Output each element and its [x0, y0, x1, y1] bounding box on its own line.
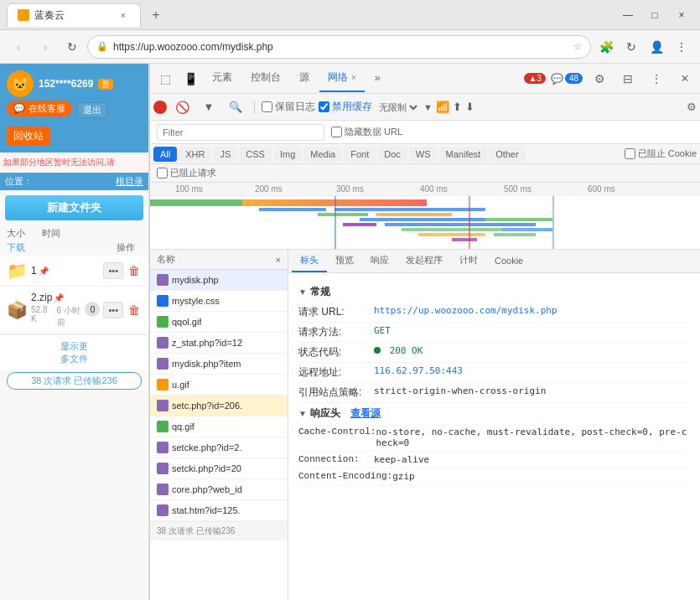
referrer-label: 引用站点策略:: [298, 385, 374, 400]
devtools-close-btn[interactable]: ×: [673, 67, 697, 91]
preserve-log-checkbox[interactable]: [262, 101, 272, 112]
browser-tab[interactable]: 🔶 蓝奏云 ×: [7, 3, 141, 27]
throttle-select[interactable]: 无限制: [376, 101, 420, 113]
refresh-icon[interactable]: ↻: [620, 35, 643, 59]
extensions-btn[interactable]: 🧩: [594, 35, 618, 59]
refresh-btn[interactable]: ↻: [60, 35, 84, 59]
request-url-value[interactable]: https://up.woozooo.com/mydisk.php: [374, 305, 557, 319]
network-close-icon[interactable]: ×: [351, 73, 356, 82]
type-font-btn[interactable]: Font: [344, 147, 376, 162]
blocked-requests-checkbox[interactable]: [157, 168, 168, 178]
type-manifest-btn[interactable]: Manifest: [439, 147, 488, 162]
details-tab-initiator[interactable]: 发起程序: [397, 251, 451, 272]
details-tab-headers[interactable]: 标头: [292, 251, 327, 272]
tab-network[interactable]: 网络 ×: [319, 65, 365, 92]
minimize-btn[interactable]: —: [616, 7, 640, 23]
new-folder-btn[interactable]: 新建文件夹: [5, 195, 143, 220]
device-toolbar-btn[interactable]: 📱: [179, 67, 202, 91]
root-link[interactable]: 根目录: [116, 175, 143, 188]
search-network-btn[interactable]: 🔍: [224, 96, 247, 119]
request-item[interactable]: stat.htm?id=125.: [150, 500, 288, 521]
detail-row-url: 请求 URL: https://up.woozooo.com/mydisk.ph…: [298, 303, 690, 323]
wifi-icon[interactable]: 📶: [436, 101, 449, 113]
devtools-dock-btn[interactable]: ⊟: [616, 67, 640, 91]
forward-btn[interactable]: ›: [34, 35, 57, 59]
details-tab-cookie[interactable]: Cookie: [486, 251, 531, 272]
clear-network-btn[interactable]: 🚫: [170, 96, 194, 119]
record-btn[interactable]: [153, 101, 167, 114]
request-item[interactable]: qqol.gif: [150, 312, 288, 333]
request-item[interactable]: u.gif: [150, 375, 288, 396]
request-item[interactable]: mystyle.css: [150, 291, 288, 312]
back-btn[interactable]: ‹: [7, 35, 30, 59]
type-js-btn[interactable]: JS: [213, 147, 237, 162]
hide-data-url-label[interactable]: 隐藏数据 URL: [331, 126, 402, 138]
import-icon[interactable]: ⬇: [465, 101, 474, 113]
tab-console[interactable]: 控制台: [242, 65, 289, 92]
recycle-btn[interactable]: 回收站: [7, 127, 50, 146]
file-delete-btn[interactable]: 🗑: [127, 302, 142, 318]
hide-data-url-checkbox[interactable]: [331, 127, 342, 137]
filter-toggle-btn[interactable]: ▼: [197, 96, 220, 119]
col-time-label[interactable]: 时间: [42, 227, 60, 240]
type-media-btn[interactable]: Media: [303, 147, 342, 162]
preserve-log-label[interactable]: 保留日志: [262, 100, 315, 114]
maximize-btn[interactable]: □: [643, 7, 666, 23]
no-cache-checkbox[interactable]: [319, 101, 329, 112]
file-item[interactable]: 📁 1 📌 ••• 🗑: [0, 256, 148, 287]
remote-addr-value[interactable]: 116.62.97.50:443: [374, 365, 463, 380]
request-item[interactable]: mydisk.php: [150, 270, 288, 291]
tab-close-btn[interactable]: ×: [117, 8, 130, 22]
logout-btn[interactable]: 退出: [77, 102, 107, 118]
no-cache-label[interactable]: 禁用缓存: [319, 100, 372, 114]
details-tab-preview[interactable]: 预览: [327, 251, 362, 272]
blocked-cookie-checkbox[interactable]: [625, 148, 635, 159]
request-item[interactable]: setcke.php?id=2.: [150, 437, 288, 458]
blocked-requests-label[interactable]: 已阻止请求: [157, 167, 216, 179]
file-item[interactable]: 📦 2.zip 📌 52.8 K 6 小时前 0 ••• 🗑: [0, 287, 148, 334]
show-more-files-btn[interactable]: 显示更 多文件: [0, 334, 148, 370]
general-section-header[interactable]: 常规: [298, 285, 690, 299]
request-item[interactable]: mydisk.php?item: [150, 354, 288, 375]
close-x-btn[interactable]: ×: [276, 255, 281, 265]
request-item[interactable]: qq.gif: [150, 416, 288, 437]
type-ws-btn[interactable]: WS: [409, 147, 438, 162]
request-item[interactable]: z_stat.php?id=12: [150, 333, 288, 354]
devtools-more-btn[interactable]: ⋮: [645, 67, 668, 91]
profile-icon[interactable]: 👤: [645, 35, 668, 59]
window-close-btn[interactable]: ×: [670, 7, 693, 23]
type-xhr-btn[interactable]: XHR: [179, 147, 211, 162]
col-size-label[interactable]: 大小: [7, 227, 25, 240]
response-section-header[interactable]: 响应头 查看源: [298, 406, 690, 421]
upload-icon[interactable]: ⬆: [453, 101, 462, 113]
request-item[interactable]: setcki.php?id=20: [150, 458, 288, 479]
type-css-btn[interactable]: CSS: [239, 147, 272, 162]
blocked-cookie-label[interactable]: 已阻止 Cookie: [625, 147, 697, 160]
new-tab-btn[interactable]: +: [144, 3, 168, 27]
tab-elements[interactable]: 元素: [204, 65, 241, 92]
type-other-btn[interactable]: Other: [489, 147, 526, 162]
file-delete-btn[interactable]: 🗑: [127, 262, 142, 279]
url-display[interactable]: https://up.woozooo.com/mydisk.php: [113, 41, 568, 53]
network-settings-btn[interactable]: ⚙: [687, 101, 697, 113]
request-item[interactable]: core.php?web_id: [150, 479, 288, 500]
tab-sources[interactable]: 源: [291, 65, 318, 92]
view-source-link[interactable]: 查看源: [350, 406, 381, 421]
tab-more[interactable]: »: [366, 65, 389, 92]
details-tab-response[interactable]: 响应: [362, 251, 397, 272]
type-img-btn[interactable]: Img: [273, 147, 302, 162]
file-more-btn[interactable]: •••: [103, 262, 123, 279]
devtools-settings-btn[interactable]: ⚙: [588, 67, 611, 91]
address-bar-wrap[interactable]: 🔒 https://up.woozooo.com/mydisk.php ☆: [87, 35, 591, 59]
download-col-label[interactable]: 下载: [7, 241, 32, 254]
file-more-btn[interactable]: •••: [103, 302, 123, 318]
transmission-info: 38 次请求 已传输236: [7, 372, 142, 390]
request-item[interactable]: setc.php?id=206.: [150, 396, 288, 416]
menu-btn[interactable]: ⋮: [670, 35, 693, 59]
type-all-btn[interactable]: All: [153, 147, 177, 162]
inspect-element-btn[interactable]: ⬚: [153, 67, 177, 91]
filter-input[interactable]: [157, 124, 324, 141]
details-tab-timing[interactable]: 计时: [451, 251, 486, 272]
type-doc-btn[interactable]: Doc: [377, 147, 407, 162]
customer-service-btn[interactable]: 💬 在线客服: [7, 101, 72, 116]
